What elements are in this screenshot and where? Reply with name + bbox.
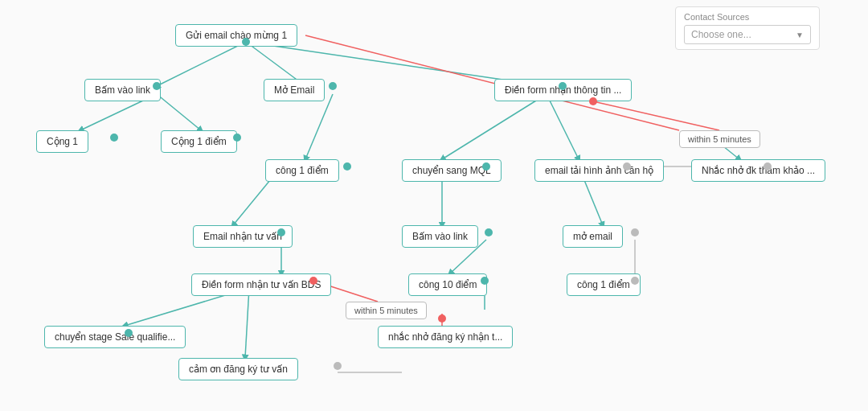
- connector-dot-d3: [329, 82, 337, 90]
- contact-sources-select[interactable]: Choose one... ▼: [684, 25, 811, 44]
- svg-line-9: [593, 101, 719, 130]
- connector-dot-d2: [153, 82, 161, 90]
- connector-dot-d12: [277, 228, 285, 236]
- workflow-canvas: Contact Sources Choose one... ▼: [0, 0, 868, 411]
- workflow-node-n6[interactable]: Cộng 1 điểm: [161, 130, 237, 153]
- workflow-node-n18[interactable]: within 5 minutes: [346, 302, 427, 319]
- workflow-node-n21[interactable]: cảm ơn đăng ký tư vấn: [178, 358, 298, 380]
- connector-dot-d8: [343, 162, 351, 171]
- chevron-down-icon: ▼: [796, 31, 804, 39]
- workflow-node-n14[interactable]: mở email: [563, 225, 623, 248]
- connector-dot-d14: [631, 228, 639, 236]
- workflow-node-n7[interactable]: công 1 điểm: [265, 159, 339, 182]
- connector-lines: [0, 0, 868, 411]
- contact-sources-panel: Contact Sources Choose one... ▼: [675, 6, 820, 50]
- workflow-node-n10[interactable]: within 5 minutes: [679, 130, 760, 148]
- svg-line-7: [442, 94, 547, 159]
- workflow-node-n3[interactable]: Mở Email: [264, 79, 325, 101]
- connector-dot-d5: [589, 97, 597, 105]
- svg-line-5: [157, 94, 201, 130]
- connector-dot-d17: [631, 277, 639, 285]
- svg-line-20: [245, 288, 249, 358]
- workflow-node-n1[interactable]: Gửi email chào mừng 1: [175, 24, 297, 47]
- connector-dot-d10: [623, 162, 631, 171]
- connector-dot-d11: [764, 162, 772, 171]
- connector-dot-d4: [559, 82, 567, 90]
- workflow-node-n2[interactable]: Bấm vào link: [84, 79, 161, 101]
- contact-sources-placeholder: Choose one...: [691, 29, 751, 40]
- connector-dot-d9: [482, 162, 490, 171]
- workflow-node-n16[interactable]: công 10 điểm: [408, 273, 487, 296]
- workflow-node-n5[interactable]: Cộng 1: [36, 130, 88, 153]
- contact-sources-title: Contact Sources: [684, 12, 811, 22]
- workflow-node-n12[interactable]: Email nhận tư vấn: [193, 225, 293, 248]
- workflow-node-n19[interactable]: nhắc nhở đăng ký nhận t...: [378, 326, 513, 348]
- workflow-node-n17[interactable]: công 1 điểm: [567, 273, 641, 296]
- connector-dot-d20: [334, 362, 342, 370]
- workflow-node-n13[interactable]: Bấm vào link: [402, 225, 478, 248]
- connector-dot-d7: [233, 134, 241, 142]
- connector-dot-d13: [485, 228, 493, 236]
- svg-line-6: [305, 94, 333, 159]
- workflow-node-n20[interactable]: chuyển stage Sale qualifie...: [44, 326, 186, 348]
- connector-dot-d1: [242, 38, 250, 46]
- connector-dot-d18: [438, 314, 446, 323]
- connector-dot-d6: [110, 134, 118, 142]
- connector-dot-d15: [309, 277, 317, 285]
- connector-dot-d19: [125, 329, 133, 337]
- svg-line-0: [157, 42, 246, 86]
- connector-dot-d16: [481, 277, 489, 285]
- svg-line-8: [547, 94, 579, 159]
- workflow-node-n11[interactable]: Nhắc nhở đk tham khảo ...: [691, 159, 825, 182]
- workflow-node-n9[interactable]: email tải hình ảnh căn hộ: [534, 159, 664, 182]
